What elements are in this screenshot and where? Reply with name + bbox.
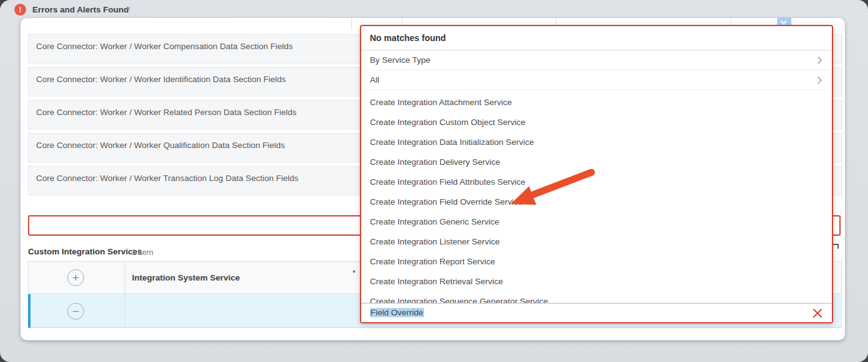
list-item[interactable]: Create Integration Field Attributes Serv…: [361, 172, 832, 192]
menu-item-all[interactable]: All: [361, 70, 832, 90]
list-item[interactable]: Create Integration Custom Object Service: [361, 113, 832, 132]
add-row-button[interactable]: +: [67, 269, 84, 286]
chevron-down-icon: [781, 19, 787, 25]
close-icon[interactable]: [811, 307, 823, 319]
section-title: Custom Integration Services: [28, 247, 142, 256]
list-item[interactable]: Create Integration Generic Service: [361, 212, 832, 232]
list-item[interactable]: Create Integration Data Initialization S…: [361, 132, 832, 152]
chevron-right-icon: [814, 57, 821, 63]
grid-column-divider: [351, 18, 352, 30]
service-options-list: Create Integration Attachment Service Cr…: [361, 90, 832, 303]
column-header-label: Integration System Service: [132, 273, 240, 282]
list-item[interactable]: Create Integration Sequence Generator Se…: [361, 292, 832, 303]
service-prompt-dropdown: No matches found By Service Type All Cre…: [360, 25, 833, 323]
list-item[interactable]: Create Integration Retrieval Service: [361, 272, 832, 292]
row-selection-accent: [28, 294, 31, 328]
list-item-field-override[interactable]: Create Integration Field Override Servic…: [361, 192, 832, 212]
errors-alerts-label: Errors and Alerts Found: [32, 5, 129, 14]
search-input-selected-text: Field Override: [370, 308, 424, 317]
item-count: 1 item: [131, 248, 153, 257]
list-item[interactable]: Create Integration Attachment Service: [361, 93, 832, 113]
workday-screen: Core Connector: Worker / Worker Compensa…: [0, 0, 868, 362]
banner-caret-icon[interactable]: ▼: [126, 6, 131, 12]
menu-item-label: All: [370, 75, 379, 85]
grid-column-divider: [125, 261, 125, 328]
menu-item-by-service-type[interactable]: By Service Type: [361, 50, 832, 70]
required-field-marker: *: [352, 268, 356, 277]
list-item[interactable]: Create Integration Delivery Service: [361, 152, 832, 172]
remove-row-button[interactable]: −: [67, 303, 84, 320]
prompt-search-input[interactable]: Field Override: [361, 303, 832, 322]
list-item[interactable]: Create Integration Listener Service: [361, 232, 832, 252]
no-matches-status: No matches found: [361, 26, 832, 50]
expand-grid-icon[interactable]: [833, 244, 839, 249]
chevron-right-icon: [814, 77, 821, 83]
list-item[interactable]: Create Integration Report Service: [361, 252, 832, 272]
menu-item-label: By Service Type: [370, 55, 430, 65]
